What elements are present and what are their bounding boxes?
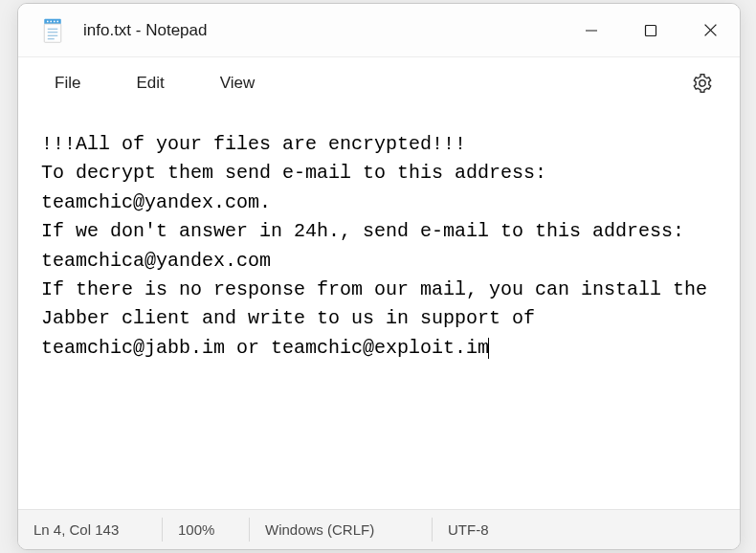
gear-icon xyxy=(692,73,713,94)
svg-rect-11 xyxy=(646,25,656,35)
svg-point-4 xyxy=(56,20,58,22)
notepad-icon xyxy=(39,17,66,44)
svg-rect-5 xyxy=(44,24,61,42)
text-editor-area[interactable]: !!!All of your files are encrypted!!! To… xyxy=(18,109,740,509)
svg-point-3 xyxy=(54,20,56,22)
document-text: !!!All of your files are encrypted!!! To… xyxy=(41,133,719,359)
svg-point-2 xyxy=(50,20,52,22)
window-title: info.txt - Notepad xyxy=(83,21,207,40)
menu-file[interactable]: File xyxy=(41,66,94,100)
status-position: Ln 4, Col 143 xyxy=(18,510,162,549)
titlebar-left: info.txt - Notepad xyxy=(18,17,562,44)
menubar: File Edit View xyxy=(18,57,740,109)
notepad-window: info.txt - Notepad File Edit View !!!All… xyxy=(17,3,741,550)
close-button[interactable] xyxy=(680,4,740,56)
status-line-ending: Windows (CRLF) xyxy=(250,510,432,549)
minimize-button[interactable] xyxy=(562,4,621,56)
status-encoding: UTF-8 xyxy=(433,510,504,549)
maximize-button[interactable] xyxy=(621,4,680,56)
menu-view[interactable]: View xyxy=(207,66,269,100)
window-controls xyxy=(562,4,740,56)
text-cursor xyxy=(488,338,489,359)
menu-edit[interactable]: Edit xyxy=(122,66,177,100)
statusbar: Ln 4, Col 143 100% Windows (CRLF) UTF-8 xyxy=(18,509,740,549)
settings-button[interactable] xyxy=(682,63,723,103)
svg-point-1 xyxy=(47,20,49,22)
status-zoom[interactable]: 100% xyxy=(163,510,249,549)
titlebar: info.txt - Notepad xyxy=(18,4,740,57)
